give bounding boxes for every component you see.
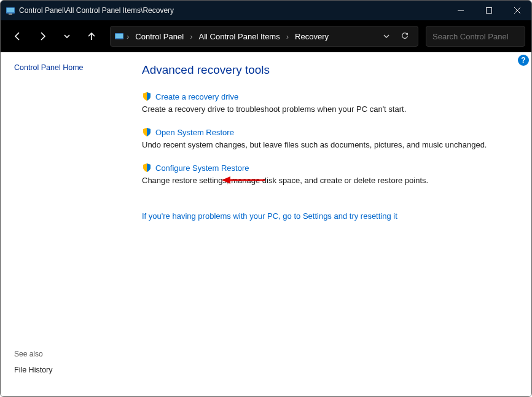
- search-box[interactable]: [426, 26, 525, 47]
- close-button[interactable]: [503, 1, 531, 20]
- control-panel-icon: [114, 31, 124, 41]
- tool-configure-system-restore: Configure System Restore Change restore …: [142, 163, 513, 186]
- titlebar: Control Panel\All Control Panel Items\Re…: [1, 1, 531, 20]
- control-panel-icon: [6, 6, 15, 15]
- sidebar-home-link[interactable]: Control Panel Home: [14, 63, 110, 72]
- tool-open-system-restore: Open System Restore Undo recent system c…: [142, 127, 513, 151]
- configure-system-restore-link[interactable]: Configure System Restore: [155, 163, 249, 173]
- forward-button[interactable]: [31, 25, 53, 47]
- address-dropdown-button[interactable]: [378, 29, 394, 44]
- main-pane: Advanced recovery tools Create a recover…: [123, 52, 531, 396]
- see-also-label: See also: [14, 350, 110, 358]
- up-button[interactable]: [80, 25, 103, 47]
- recent-locations-button[interactable]: [56, 25, 78, 47]
- reset-pc-link[interactable]: If you're having problems with your PC, …: [142, 211, 397, 221]
- shield-icon: [142, 92, 152, 101]
- tool-create-recovery-drive: Create a recovery drive Create a recover…: [142, 92, 513, 115]
- address-bar[interactable]: › Control Panel › All Control Panel Item…: [110, 26, 418, 47]
- maximize-button[interactable]: [475, 1, 503, 20]
- open-system-restore-desc: Undo recent system changes, but leave fi…: [142, 140, 513, 151]
- configure-system-restore-desc: Change restore settings, manage disk spa…: [142, 175, 513, 186]
- breadcrumb-mid[interactable]: All Control Panel Items: [195, 31, 283, 42]
- content-pane: ? Control Panel Home See also File Histo…: [1, 52, 531, 396]
- chevron-right-icon[interactable]: ›: [285, 32, 290, 41]
- create-recovery-drive-link[interactable]: Create a recovery drive: [155, 92, 238, 101]
- chevron-right-icon[interactable]: ›: [189, 32, 194, 41]
- breadcrumb-root[interactable]: Control Panel: [131, 31, 187, 42]
- window-title: Control Panel\All Control Panel Items\Re…: [15, 6, 447, 15]
- shield-icon: [142, 127, 152, 137]
- create-recovery-drive-desc: Create a recovery drive to troubleshoot …: [142, 104, 513, 115]
- breadcrumb-leaf[interactable]: Recovery: [291, 31, 332, 42]
- svg-rect-1: [7, 8, 14, 12]
- page-heading: Advanced recovery tools: [142, 63, 513, 77]
- back-button[interactable]: [7, 25, 29, 47]
- chevron-right-icon[interactable]: ›: [125, 32, 130, 41]
- minimize-button[interactable]: [447, 1, 475, 20]
- shield-icon: [142, 163, 152, 173]
- open-system-restore-link[interactable]: Open System Restore: [155, 128, 234, 137]
- search-input[interactable]: [432, 32, 532, 41]
- svg-rect-4: [487, 8, 492, 14]
- navbar: › Control Panel › All Control Panel Item…: [1, 20, 531, 52]
- svg-rect-8: [115, 34, 123, 38]
- sidebar: Control Panel Home See also File History: [1, 52, 123, 396]
- refresh-button[interactable]: [396, 29, 414, 44]
- sidebar-file-history-link[interactable]: File History: [14, 366, 110, 374]
- svg-rect-2: [9, 14, 12, 15]
